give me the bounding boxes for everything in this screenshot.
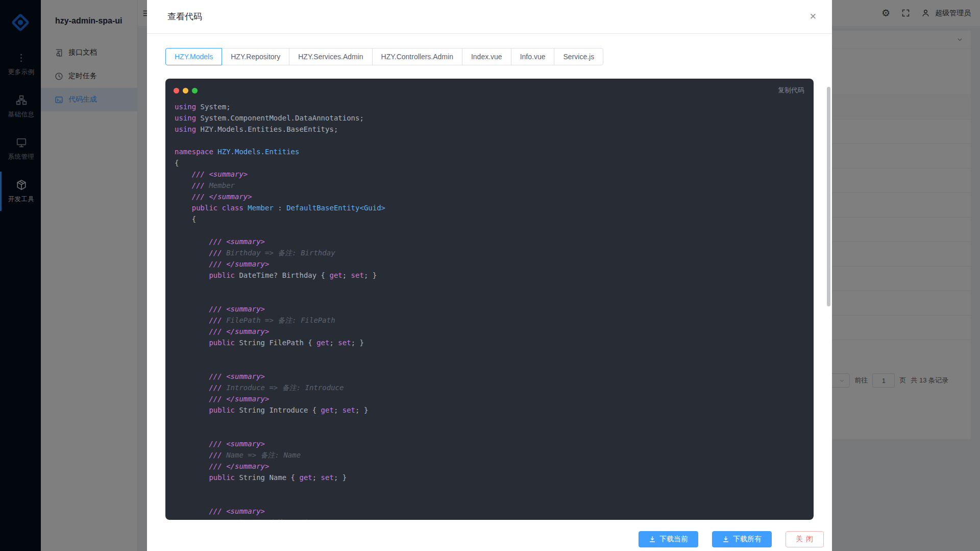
code-window-header: 复制代码 xyxy=(165,79,814,95)
code-line xyxy=(175,348,804,360)
code-line: public String Name { get; set; } xyxy=(175,472,804,483)
code-line: /// FilePath => 备注: FilePath xyxy=(175,315,804,326)
code-line xyxy=(175,494,804,506)
code-line: /// <summary> xyxy=(175,371,804,382)
copy-code-button[interactable]: 复制代码 xyxy=(778,86,804,95)
code-line xyxy=(175,427,804,438)
tab-info-vue[interactable]: Info.vue xyxy=(511,48,555,65)
dialog-title: 查看代码 xyxy=(167,11,202,22)
code-line: /// </summary> xyxy=(175,191,804,202)
tab-hzy-controllers-admin[interactable]: HZY.Controllers.Admin xyxy=(372,48,462,65)
dialog-footer: 下载当前 下载所有 关 闭 xyxy=(147,527,832,551)
green-dot-icon xyxy=(192,88,198,93)
code-line: /// Member xyxy=(175,180,804,191)
download-all-label: 下载所有 xyxy=(733,535,762,544)
code-line: public String FilePath { get; set; } xyxy=(175,337,804,348)
code-line: public String Introduce { get; set; } xyxy=(175,404,804,416)
code-line xyxy=(175,360,804,371)
dialog-header: 查看代码 ✕ xyxy=(147,0,832,34)
modal-scrollbar[interactable] xyxy=(827,87,830,306)
view-code-dialog: 查看代码 ✕ HZY.ModelsHZY.RepositoryHZY.Servi… xyxy=(147,0,832,551)
download-current-label: 下载当前 xyxy=(659,535,688,544)
tab-index-vue[interactable]: Index.vue xyxy=(462,48,511,65)
tab-hzy-repository[interactable]: HZY.Repository xyxy=(222,48,289,65)
code-line: using System.ComponentModel.DataAnnotati… xyxy=(175,112,804,124)
code-line: /// <summary> xyxy=(175,236,804,247)
code-line: namespace HZY.Models.Entities xyxy=(175,146,804,157)
code-line: /// <summary> xyxy=(175,506,804,517)
code-line: { xyxy=(175,213,804,225)
tab-service-js[interactable]: Service.js xyxy=(554,48,603,65)
window-dots-icon xyxy=(174,88,198,93)
code-line: /// Number => 备注: Number xyxy=(175,517,804,520)
tab-hzy-models[interactable]: HZY.Models xyxy=(165,48,222,65)
dialog-body: HZY.ModelsHZY.RepositoryHZY.Services.Adm… xyxy=(147,34,832,520)
code-line: { xyxy=(175,157,804,169)
code-line: public class Member : DefaultBaseEntity<… xyxy=(175,202,804,213)
code-line: using System; xyxy=(175,101,804,112)
close-dialog-button[interactable]: 关 闭 xyxy=(786,531,824,547)
code-line xyxy=(175,225,804,236)
code-line xyxy=(175,292,804,303)
red-dot-icon xyxy=(174,88,179,93)
code-line: /// <summary> xyxy=(175,438,804,449)
code-line xyxy=(175,483,804,494)
code-line xyxy=(175,416,804,427)
close-icon[interactable]: ✕ xyxy=(807,9,819,24)
download-current-button[interactable]: 下载当前 xyxy=(639,531,698,547)
code-line: /// </summary> xyxy=(175,258,804,270)
code-content: using System;using System.ComponentModel… xyxy=(165,95,814,520)
code-line xyxy=(175,281,804,292)
code-line xyxy=(175,135,804,146)
download-icon xyxy=(722,536,729,543)
tab-hzy-services-admin[interactable]: HZY.Services.Admin xyxy=(289,48,372,65)
code-line: public DateTime? Birthday { get; set; } xyxy=(175,270,804,281)
download-icon xyxy=(649,536,656,543)
code-window: 复制代码 using System;using System.Component… xyxy=(165,79,814,520)
download-all-button[interactable]: 下载所有 xyxy=(712,531,772,547)
code-line: /// Introduce => 备注: Introduce xyxy=(175,382,804,393)
code-line: /// </summary> xyxy=(175,461,804,472)
code-line: /// </summary> xyxy=(175,393,804,404)
code-line: using HZY.Models.Entities.BaseEntitys; xyxy=(175,124,804,135)
code-file-tabs: HZY.ModelsHZY.RepositoryHZY.Services.Adm… xyxy=(165,48,814,65)
code-line: /// <summary> xyxy=(175,169,804,180)
code-line: /// Name => 备注: Name xyxy=(175,449,804,461)
code-line: /// Birthday => 备注: Birthday xyxy=(175,247,804,258)
code-line: /// </summary> xyxy=(175,326,804,337)
code-line: /// <summary> xyxy=(175,303,804,315)
yellow-dot-icon xyxy=(183,88,188,93)
